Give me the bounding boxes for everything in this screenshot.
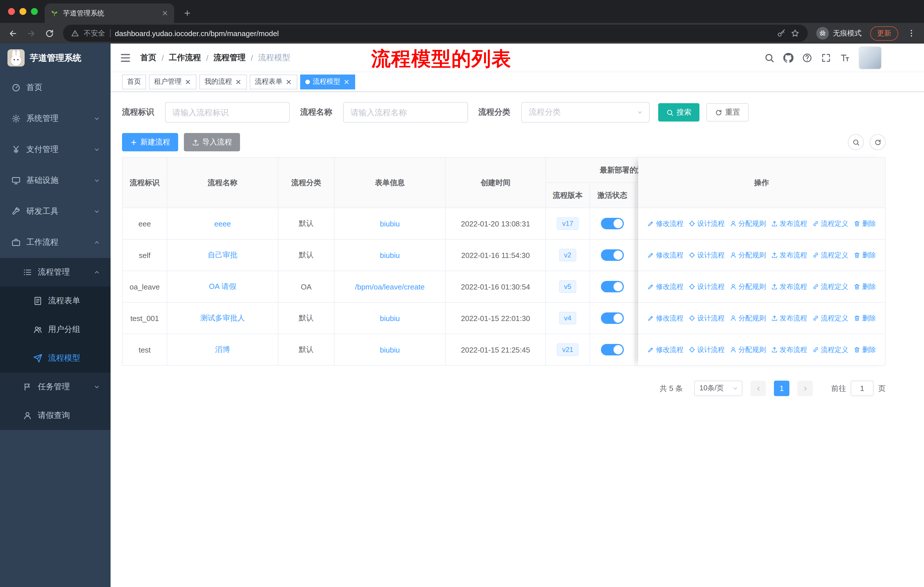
active-toggle[interactable] (601, 313, 624, 324)
active-toggle[interactable] (601, 250, 624, 261)
help-icon[interactable] (802, 53, 812, 63)
next-page-button[interactable] (797, 380, 813, 396)
import-process-button[interactable]: 导入流程 (184, 133, 240, 151)
modify-process-link[interactable]: 修改流程 (647, 282, 683, 291)
form-info-link[interactable]: biubiu (380, 314, 399, 322)
delete-link[interactable]: 删除 (853, 250, 876, 260)
design-process-link[interactable]: 设计流程 (688, 313, 724, 323)
publish-process-link[interactable]: 发布流程 (771, 282, 807, 291)
sidebar-item-task-management[interactable]: 任务管理 (0, 373, 111, 401)
process-definition-link[interactable]: 流程定义 (812, 250, 848, 260)
active-toggle[interactable] (601, 344, 624, 356)
app-logo[interactable]: 芋道管理系统 (0, 43, 111, 72)
sidebar-item-process-management[interactable]: 流程管理 (0, 258, 111, 287)
sidebar-item-home[interactable]: 首页 (0, 72, 111, 103)
forward-icon[interactable] (26, 28, 36, 38)
github-icon[interactable] (783, 53, 794, 63)
minimize-window-button[interactable] (20, 8, 26, 15)
back-icon[interactable] (8, 28, 18, 38)
tag-home[interactable]: 首页 (122, 74, 146, 89)
tab-close-icon[interactable] (162, 10, 168, 17)
close-icon[interactable] (285, 78, 292, 85)
breadcrumb-process-management[interactable]: 流程管理 (214, 53, 246, 63)
goto-page-input[interactable] (851, 380, 874, 396)
close-window-button[interactable] (8, 8, 15, 15)
delete-link[interactable]: 删除 (853, 219, 876, 228)
process-definition-link[interactable]: 流程定义 (812, 345, 848, 355)
prev-page-button[interactable] (751, 380, 766, 396)
modify-process-link[interactable]: 修改流程 (647, 250, 683, 260)
toggle-search-button[interactable] (848, 134, 864, 150)
process-definition-link[interactable]: 流程定义 (812, 313, 848, 323)
delete-link[interactable]: 删除 (853, 313, 876, 323)
assign-rule-link[interactable]: 分配规则 (730, 313, 766, 323)
create-process-button[interactable]: 新建流程 (122, 133, 178, 151)
publish-process-link[interactable]: 发布流程 (771, 313, 807, 323)
close-icon[interactable] (235, 78, 242, 85)
tag-my-process[interactable]: 我的流程 (200, 74, 247, 89)
process-name-link[interactable]: 自己审批 (208, 251, 238, 259)
page-number-1[interactable]: 1 (774, 380, 789, 396)
browser-menu-icon[interactable] (907, 29, 916, 38)
assign-rule-link[interactable]: 分配规则 (730, 250, 766, 260)
active-toggle[interactable] (601, 218, 624, 229)
active-toggle[interactable] (601, 281, 624, 293)
process-name-input[interactable] (343, 102, 468, 123)
breadcrumb-home[interactable]: 首页 (140, 53, 157, 63)
password-key-icon[interactable] (777, 29, 786, 38)
sidebar-toggle-icon[interactable] (120, 52, 131, 63)
publish-process-link[interactable]: 发布流程 (771, 345, 807, 355)
reset-button[interactable]: 重置 (706, 103, 749, 122)
sidebar-item-devtools[interactable]: 研发工具 (0, 196, 111, 227)
form-info-link[interactable]: biubiu (380, 251, 399, 260)
sidebar-item-process-form[interactable]: 流程表单 (0, 287, 111, 315)
modify-process-link[interactable]: 修改流程 (647, 219, 683, 228)
sidebar-item-user-group[interactable]: 用户分组 (0, 315, 111, 344)
close-icon[interactable] (343, 78, 350, 85)
design-process-link[interactable]: 设计流程 (688, 345, 724, 355)
new-tab-button[interactable] (183, 9, 191, 17)
breadcrumb-workflow[interactable]: 工作流程 (169, 53, 201, 63)
form-info-link[interactable]: biubiu (380, 346, 399, 354)
search-icon[interactable] (764, 53, 774, 63)
close-icon[interactable] (185, 78, 191, 85)
fullscreen-icon[interactable] (821, 53, 831, 63)
tag-process-form[interactable]: 流程表单 (250, 74, 297, 89)
page-size-select[interactable]: 10条/页 (694, 380, 742, 396)
modify-process-link[interactable]: 修改流程 (647, 345, 683, 355)
design-process-link[interactable]: 设计流程 (688, 219, 724, 228)
maximize-window-button[interactable] (31, 8, 38, 15)
reload-icon[interactable] (45, 28, 54, 38)
assign-rule-link[interactable]: 分配规则 (730, 345, 766, 355)
form-info-link[interactable]: /bpm/oa/leave/create (355, 282, 425, 291)
user-avatar[interactable] (859, 46, 882, 69)
process-category-select[interactable]: 流程分类 (521, 102, 650, 123)
delete-link[interactable]: 删除 (853, 282, 876, 291)
publish-process-link[interactable]: 发布流程 (771, 250, 807, 260)
browser-tab[interactable]: 芋道管理系统 (45, 3, 174, 23)
sidebar-item-system[interactable]: 系统管理 (0, 103, 111, 134)
form-info-link[interactable]: biubiu (380, 219, 399, 228)
process-name-link[interactable]: OA 请假 (209, 282, 236, 291)
tag-tenant-management[interactable]: 租户管理 (149, 74, 196, 89)
sidebar-item-infrastructure[interactable]: 基础设施 (0, 165, 111, 196)
search-button[interactable]: 搜索 (658, 103, 700, 122)
process-definition-link[interactable]: 流程定义 (812, 282, 848, 291)
refresh-table-button[interactable] (870, 134, 886, 150)
sidebar-item-leave-query[interactable]: 请假查询 (0, 401, 111, 430)
update-chrome-button[interactable]: 更新 (870, 26, 898, 40)
process-definition-link[interactable]: 流程定义 (812, 219, 848, 228)
modify-process-link[interactable]: 修改流程 (647, 313, 683, 323)
process-id-input[interactable] (165, 102, 290, 123)
tag-process-model[interactable]: 流程模型 (300, 74, 355, 89)
process-name-link[interactable]: 滔博 (215, 345, 230, 354)
sidebar-item-workflow[interactable]: 工作流程 (0, 227, 111, 258)
sidebar-item-payment[interactable]: 支付管理 (0, 134, 111, 165)
assign-rule-link[interactable]: 分配规则 (730, 219, 766, 228)
publish-process-link[interactable]: 发布流程 (771, 219, 807, 228)
assign-rule-link[interactable]: 分配规则 (730, 282, 766, 291)
font-size-icon[interactable] (840, 53, 850, 63)
design-process-link[interactable]: 设计流程 (688, 250, 724, 260)
url-box[interactable]: 不安全 dashboard.yudao.iocoder.cn/bpm/manag… (63, 25, 808, 42)
process-name-link[interactable]: eeee (214, 219, 231, 228)
